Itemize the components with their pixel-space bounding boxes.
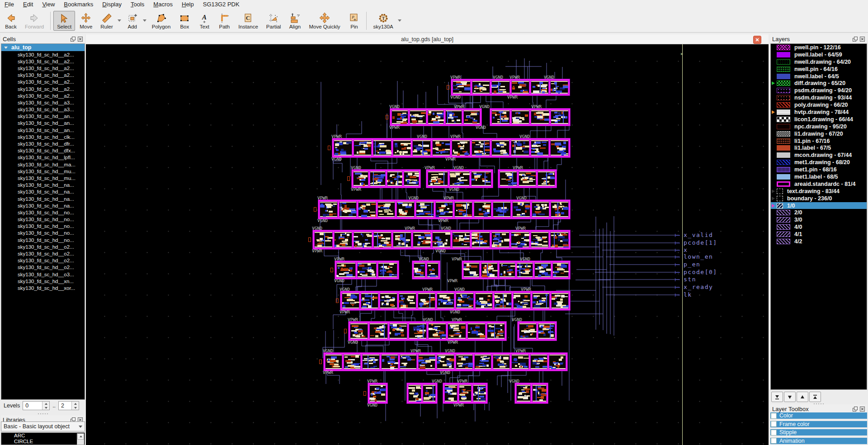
stdcell-instance[interactable] <box>427 262 439 278</box>
spin-down-icon[interactable] <box>72 406 79 410</box>
toolbox-row-color[interactable]: Color <box>770 412 867 419</box>
move-button[interactable]: Move <box>76 11 96 31</box>
cell-tree-item[interactable]: sky130_fd_sc_hd__an... <box>1 120 85 127</box>
stdcell-instance[interactable] <box>410 110 426 124</box>
library-object-item[interactable]: CIRCLE <box>1 439 85 445</box>
stdcell-instance[interactable] <box>552 262 569 278</box>
stdcell-instance[interactable] <box>491 110 510 124</box>
stdcell-row[interactable] <box>368 383 387 403</box>
stdcell-instance[interactable] <box>339 201 357 218</box>
layer-row[interactable]: li1.drawing - 67/20 <box>771 130 867 137</box>
ruler-button[interactable]: Ruler <box>97 11 116 31</box>
stdcell-instance[interactable] <box>456 293 473 309</box>
stdcell-instance[interactable] <box>413 232 431 248</box>
layer-row[interactable]: li1.pin - 67/16 <box>771 137 867 145</box>
layer-swatch[interactable] <box>777 174 790 180</box>
move-layer-up-button[interactable] <box>797 392 808 402</box>
cell-tree-item[interactable]: sky130_fd_sc_hd__a2... <box>1 51 85 58</box>
stdcell-instance[interactable] <box>491 80 509 94</box>
cell-tree-item[interactable]: sky130_fd_sc_hd__no... <box>1 223 85 230</box>
stdcell-instance[interactable] <box>532 293 550 309</box>
stdcell-instance[interactable] <box>381 354 398 369</box>
stdcell-instance[interactable] <box>454 201 472 218</box>
levels-to-spinbox[interactable]: 2 <box>58 401 79 410</box>
stdcell-instance[interactable] <box>432 232 451 248</box>
cell-tree-item[interactable]: sky130_fd_sc_hd__mu... <box>1 175 85 181</box>
stdcell-instance[interactable] <box>453 80 471 94</box>
stdcell-instance[interactable] <box>532 384 547 402</box>
stdcell-instance[interactable] <box>399 293 416 309</box>
layer-swatch[interactable] <box>777 152 790 158</box>
cell-tree-item[interactable]: sky130_fd_sc_hd__a2... <box>1 72 85 79</box>
stdcell-instance[interactable] <box>456 354 473 369</box>
stdcell-instance[interactable] <box>491 232 510 248</box>
cell-tree-item[interactable]: sky130_fd_sc_hd__xn... <box>1 278 85 284</box>
layer-swatch[interactable] <box>777 138 790 144</box>
layer-row[interactable]: licon1.drawing - 66/44 <box>771 116 867 123</box>
layer-swatch[interactable] <box>777 145 790 151</box>
stdcell-instance[interactable] <box>471 171 491 186</box>
stdcell-instance[interactable] <box>392 110 408 124</box>
cell-tree-item[interactable]: sky130_fd_sc_hd__a2... <box>1 79 85 85</box>
dropdown-arrow-icon[interactable] <box>397 11 402 31</box>
cell-tree-item[interactable]: sky130_fd_sc_hd__lpfl... <box>1 154 85 161</box>
path-button[interactable]: Path <box>215 11 234 31</box>
stdcell-row[interactable] <box>349 322 506 341</box>
stdcell-instance[interactable] <box>494 293 512 309</box>
stdcell-instance[interactable] <box>519 171 536 186</box>
stdcell-instance[interactable] <box>369 323 387 339</box>
stdcell-row[interactable] <box>426 170 493 188</box>
menu-macros[interactable]: Macros <box>149 0 177 9</box>
layer-swatch[interactable] <box>777 160 790 165</box>
layer-row[interactable]: areaid.standardc - 81/4 <box>771 180 867 188</box>
stdcell-instance[interactable] <box>428 323 446 339</box>
stdcell-instance[interactable] <box>387 171 402 186</box>
stdcell-instance[interactable] <box>412 140 431 156</box>
stdcell-instance[interactable] <box>444 384 458 402</box>
stdcell-instance[interactable] <box>481 262 497 278</box>
stdcell-instance[interactable] <box>452 140 470 156</box>
cell-tree-item[interactable]: sky130_fd_sc_hd__na... <box>1 182 85 189</box>
cell-tree-item[interactable]: sky130_fd_sc_hd__o2... <box>1 257 85 264</box>
stdcell-instance[interactable] <box>361 293 378 309</box>
layer-row[interactable]: nsdm.drawing - 93/44 <box>771 94 867 101</box>
stdcell-instance[interactable] <box>472 232 490 248</box>
stdcell-instance[interactable] <box>474 354 491 369</box>
move-layer-bottom-button[interactable] <box>771 392 783 402</box>
float-icon[interactable] <box>70 36 76 42</box>
cell-tree-item[interactable]: sky130_fd_sc_hd__a2... <box>1 85 85 92</box>
stdcell-instance[interactable] <box>550 80 568 94</box>
layer-row[interactable]: boundary - 236/0 <box>771 195 867 202</box>
layer-row[interactable]: li1.label - 67/5 <box>771 144 867 151</box>
stdcell-instance[interactable] <box>538 171 555 186</box>
cell-tree-item[interactable]: sky130_fd_sc_hd__no... <box>1 230 85 237</box>
spin-arrows[interactable] <box>42 402 49 410</box>
layer-row[interactable]: diff.drawing - 65/20 <box>771 80 867 87</box>
layer-row[interactable]: npc.drawing - 95/20 <box>771 123 867 130</box>
layer-swatch[interactable] <box>777 189 783 194</box>
stdcell-instance[interactable] <box>373 140 392 156</box>
layer-row[interactable]: 1/0 <box>771 202 867 209</box>
layer-swatch[interactable] <box>777 239 790 244</box>
stdcell-instance[interactable] <box>550 232 569 248</box>
cell-tree-item[interactable]: sky130_fd_sc_hd__na... <box>1 202 85 209</box>
stdcell-instance[interactable] <box>452 232 471 248</box>
cell-tree-item[interactable]: sky130_fd_sc_hd__a2... <box>1 65 85 71</box>
menu-help[interactable]: Help <box>177 0 198 9</box>
levels-to-value[interactable]: 2 <box>59 402 71 410</box>
spin-arrows[interactable] <box>71 402 79 410</box>
float-icon[interactable] <box>852 36 858 42</box>
cell-tree-item[interactable]: sky130_fd_sc_hd__an... <box>1 127 85 133</box>
stdcell-instance[interactable] <box>370 171 385 186</box>
library-select[interactable]: Basic - Basic layout object <box>1 421 85 431</box>
cell-tree-item[interactable]: sky130_fd_sc_hd__dfx... <box>1 147 85 154</box>
dropdown-arrow-icon[interactable] <box>142 11 147 31</box>
stdcell-row[interactable] <box>324 353 567 371</box>
layer-swatch[interactable] <box>777 74 790 79</box>
cell-tree-item[interactable]: sky130_fd_sc_hd__o2... <box>1 243 85 250</box>
select-button[interactable]: Select <box>53 11 75 31</box>
layer-swatch[interactable] <box>777 102 790 108</box>
toolbox-row-animation[interactable]: Animation <box>770 438 867 444</box>
cell-tree-item[interactable]: sky130_fd_sc_hd__no... <box>1 237 85 243</box>
stdcell-row[interactable] <box>443 383 487 403</box>
